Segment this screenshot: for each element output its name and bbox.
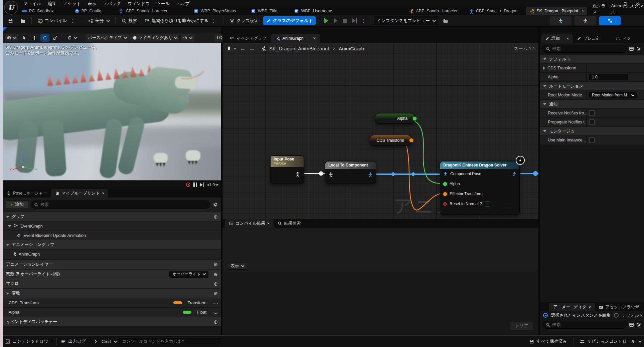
- move-tool-button[interactable]: [30, 34, 39, 42]
- show-filter-dropdown[interactable]: 表示: [227, 263, 247, 270]
- row-use-main-instance[interactable]: Use Main Instance...: [540, 136, 644, 144]
- mesh-mode-button[interactable]: [575, 16, 596, 25]
- collapse-arrow-icon[interactable]: [8, 225, 11, 227]
- anim-preview-search[interactable]: [542, 321, 627, 329]
- section-root-motion[interactable]: ルートモーション: [540, 82, 644, 90]
- section-macros[interactable]: マクロ ⊕: [3, 279, 221, 288]
- collapse-arrow-icon[interactable]: [6, 293, 9, 295]
- pose-input-pin[interactable]: [328, 172, 333, 177]
- menu-help[interactable]: ヘルプ: [173, 0, 193, 7]
- add-graph-icon[interactable]: ⊕: [213, 214, 218, 220]
- lit-mode-dropdown[interactable]: ライティングあり: [130, 34, 179, 42]
- parent-class-link[interactable]: Animインスタンス: [611, 3, 644, 15]
- cmd-dropdown[interactable]: Cmd: [94, 339, 116, 344]
- select-tool-button[interactable]: [20, 34, 29, 42]
- scale-tool-button[interactable]: [51, 34, 60, 42]
- tab-close-icon[interactable]: ×: [267, 221, 270, 226]
- tab-cbp-sandbox-character[interactable]: CBP_Sandb...haracter: [115, 7, 171, 15]
- search-input[interactable]: [552, 322, 623, 327]
- tab-details[interactable]: 詳細 ×: [541, 34, 573, 43]
- row-alpha[interactable]: Alpha: [540, 73, 644, 81]
- revision-control-button[interactable]: リビジョンコントロール: [580, 338, 641, 344]
- tab-close-icon[interactable]: ×: [313, 36, 316, 41]
- tab-wbp-playerstatus[interactable]: WBP_PlayerStatus: [190, 7, 239, 15]
- edit-selected-radio[interactable]: [543, 313, 548, 318]
- menu-window[interactable]: ウィンドウ: [124, 0, 153, 7]
- display-filter-icon[interactable]: [629, 322, 634, 327]
- playback-timeline[interactable]: x1.0: [3, 180, 221, 189]
- item-event-blueprint-update-animation[interactable]: Event Blueprint Update Animation: [3, 231, 221, 240]
- section-montage[interactable]: モンタージュ: [540, 127, 644, 135]
- class-settings-button[interactable]: クラス設定: [227, 16, 261, 25]
- section-graphs[interactable]: グラフ ⊕: [3, 212, 221, 221]
- menu-debug[interactable]: デバッグ: [100, 0, 124, 7]
- tab-cbp-sand-dragon[interactable]: CBP_Sand...r_Dragon: [466, 7, 521, 15]
- preview-instance-dropdown[interactable]: インスタンスをプレビュー: [374, 16, 438, 25]
- add-button[interactable]: +追加: [6, 201, 28, 209]
- node-input-pose[interactable]: Input Pose InPose: [270, 155, 304, 184]
- diff-button[interactable]: 差分: [86, 16, 112, 25]
- menu-tools[interactable]: ツール: [153, 0, 173, 7]
- output-log-button[interactable]: 出力ログ: [61, 338, 86, 344]
- add-macro-icon[interactable]: ⊕: [213, 281, 218, 287]
- browse-asset-button[interactable]: [18, 17, 28, 25]
- details-search[interactable]: [542, 45, 627, 53]
- component-pose-output-pin[interactable]: [512, 172, 516, 176]
- collapse-arrow-icon[interactable]: [6, 244, 9, 246]
- effector-input-pin[interactable]: [443, 192, 447, 196]
- menu-asset[interactable]: アセット: [60, 0, 84, 7]
- tab-event-graph[interactable]: イベントグラフ: [225, 34, 271, 43]
- root-motion-mode-dropdown[interactable]: Root Motion from M: [589, 92, 637, 98]
- variable-cds-transform[interactable]: CDS_Transform Transform: [3, 298, 221, 307]
- float-output-pin[interactable]: [413, 117, 417, 120]
- tab-abp-sandbox-character[interactable]: ABP_Sandb...haracter: [406, 7, 461, 15]
- skip-button[interactable]: [351, 17, 358, 24]
- play-button[interactable]: [323, 17, 330, 24]
- pin-row-alpha[interactable]: Alpha: [440, 179, 519, 189]
- section-event-dispatchers[interactable]: イベントディスパッチャー ⊕: [3, 317, 221, 326]
- component-pose-output-pin[interactable]: [368, 172, 373, 177]
- add-variable-icon[interactable]: ⊕: [213, 291, 218, 297]
- add-dispatcher-icon[interactable]: ⊕: [213, 319, 218, 325]
- rotate-tool-button[interactable]: [40, 34, 49, 42]
- browse-instance-button[interactable]: [440, 17, 451, 25]
- step-forward-icon[interactable]: [200, 183, 204, 187]
- console-command-input[interactable]: [119, 338, 219, 345]
- perspective-dropdown[interactable]: パースペクティブ: [86, 34, 129, 42]
- tab-wbp-username[interactable]: WBP_Username: [291, 7, 335, 15]
- preview-viewport[interactable]: SK_Dragon_AnimBlueprint_C のプレビュー中。 このモード…: [3, 43, 221, 180]
- tab-close-icon[interactable]: ×: [102, 191, 104, 196]
- receive-notifies-checkbox[interactable]: [589, 110, 595, 116]
- alpha-input-pin[interactable]: [443, 182, 447, 186]
- display-filter-icon[interactable]: [629, 46, 634, 51]
- node-alpha-getter[interactable]: Alpha: [375, 113, 415, 124]
- collapse-arrow-icon[interactable]: [6, 216, 9, 218]
- tab-animgraph[interactable]: AnimGraph ×: [271, 34, 321, 43]
- animgraph-canvas[interactable]: ← → SK_Dragon_AnimBlueprint > AnimGraph …: [222, 43, 538, 219]
- variable-alpha[interactable]: Alpha Float: [3, 308, 221, 317]
- pin-row-component-pose[interactable]: Component Pose: [440, 169, 519, 179]
- blueprint-mode-button[interactable]: [599, 16, 621, 25]
- pin-row-reset-to-normal[interactable]: Reset to Normal ?: [440, 199, 519, 209]
- pause-icon[interactable]: [193, 183, 197, 187]
- search-input[interactable]: [552, 46, 623, 51]
- kebab-icon[interactable]: ⋮: [69, 18, 76, 23]
- menu-view[interactable]: 表示: [84, 0, 100, 7]
- rotation-snap-button[interactable]: [65, 34, 79, 42]
- tab-anim-preview-editor[interactable]: アニメー...ディタ ×: [549, 303, 595, 311]
- tab-wbp-title[interactable]: WBP_Title: [248, 7, 281, 15]
- tab-pose-manager[interactable]: Pose...ネージャー: [3, 189, 51, 198]
- section-notifies[interactable]: 通知: [540, 100, 644, 108]
- add-function-icon[interactable]: ⊕: [213, 271, 218, 277]
- edit-defaults-radio[interactable]: [614, 313, 619, 318]
- find-button[interactable]: 検索: [119, 16, 140, 25]
- visibility-closed-eye-icon[interactable]: [213, 302, 218, 304]
- section-functions[interactable]: 関数 (5 オーバーライド可能) オーバーライド ⊕: [3, 270, 221, 279]
- visibility-closed-eye-icon[interactable]: [213, 311, 218, 314]
- section-animation-graphs[interactable]: アニメーショングラフ: [3, 240, 221, 249]
- row-propagate-notifies[interactable]: Propagate Notifies t...: [540, 118, 644, 126]
- settings-gear-icon[interactable]: [636, 46, 641, 51]
- content-drawer-button[interactable]: コンテンツドロワー: [5, 338, 52, 344]
- tab-my-blueprint[interactable]: マイブループリント ×: [51, 189, 108, 198]
- override-dropdown[interactable]: オーバーライド: [169, 271, 208, 278]
